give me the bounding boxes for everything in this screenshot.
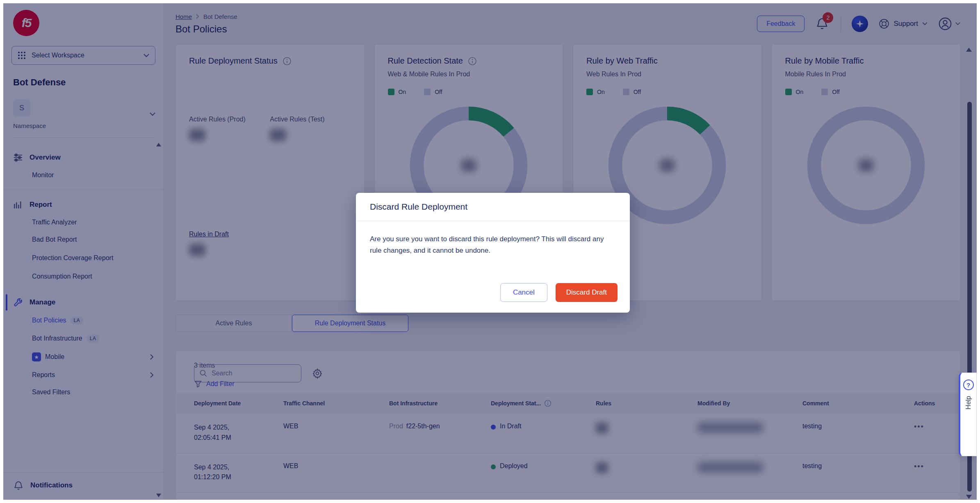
modal-body-text: Are you sure you want to discard this ru… bbox=[356, 221, 618, 256]
modal-title: Discard Rule Deployment bbox=[370, 202, 616, 212]
help-label: Help bbox=[965, 396, 972, 409]
screenshot-frame: f5 Select Workspace Bot Defense S Namesp… bbox=[0, 0, 980, 503]
cancel-button[interactable]: Cancel bbox=[500, 283, 547, 302]
question-icon: ? bbox=[963, 380, 974, 390]
app-window: f5 Select Workspace Bot Defense S Namesp… bbox=[3, 3, 977, 500]
discard-draft-button[interactable]: Discard Draft bbox=[556, 283, 618, 302]
discard-rule-deployment-modal: Discard Rule Deployment Are you sure you… bbox=[356, 193, 630, 313]
help-widget[interactable]: ? Help bbox=[959, 373, 977, 456]
